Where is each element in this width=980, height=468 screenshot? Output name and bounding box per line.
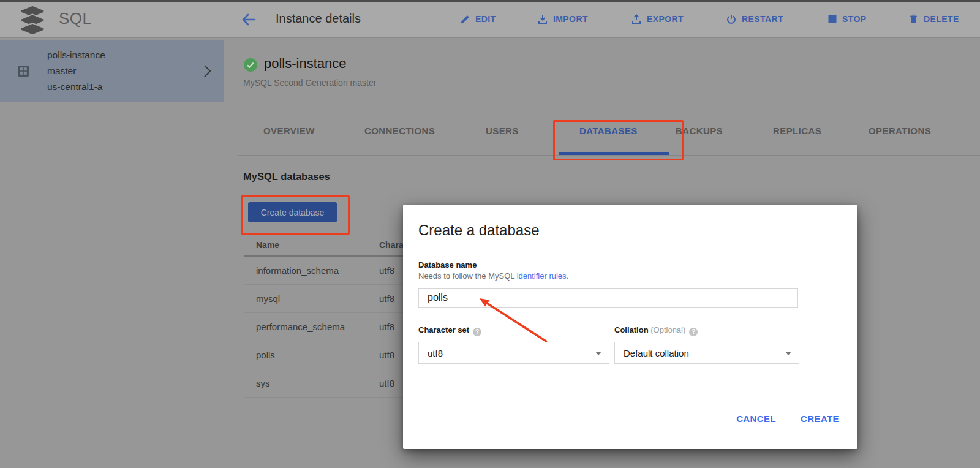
pencil-icon: [461, 15, 470, 24]
create-database-dialog: Create a database Database name Needs to…: [403, 205, 858, 449]
collation-help-icon[interactable]: ?: [689, 328, 698, 336]
dialog-actions: CANCEL CREATE: [736, 413, 839, 424]
edit-button[interactable]: EDIT: [461, 0, 496, 38]
status-ok-check-icon: [244, 58, 257, 74]
charset-select[interactable]: utf8: [418, 342, 609, 364]
charset-help-icon[interactable]: ?: [473, 328, 481, 336]
tab-users[interactable]: USERS: [486, 126, 519, 136]
dropdown-caret-icon: [595, 352, 601, 355]
page-title: Instance details: [276, 12, 361, 26]
sidebar-instance-role: master: [47, 63, 105, 79]
app-window: SQL Instance details EDIT IMPORT EXPORT: [0, 0, 980, 468]
instance-grid-icon: [18, 66, 29, 79]
product-name: SQL: [59, 9, 92, 28]
import-download-icon: [538, 14, 548, 24]
selected-tab-underline: [559, 152, 669, 155]
back-arrow-icon[interactable]: [241, 13, 257, 29]
database-name-helper: Needs to follow the MySQL identifier rul…: [418, 271, 568, 281]
instance-name-title: polls-instance: [264, 56, 347, 72]
tab-replicas[interactable]: REPLICAS: [773, 126, 821, 136]
tab-backups[interactable]: BACKUPS: [676, 126, 723, 136]
sidebar-divider: [224, 38, 224, 468]
export-upload-icon: [631, 14, 641, 24]
identifier-rules-link[interactable]: identifier rules: [517, 271, 567, 281]
collation-select[interactable]: Default collation: [614, 342, 799, 364]
restart-button[interactable]: RESTART: [726, 0, 783, 38]
sidebar-instance-zone: us-central1-a: [47, 79, 105, 95]
import-button[interactable]: IMPORT: [538, 0, 588, 38]
create-button[interactable]: CREATE: [801, 413, 839, 424]
sidebar-item-instance[interactable]: polls-instance master us-central1-a: [0, 40, 224, 102]
collation-label: Collation (Optional)?: [614, 325, 698, 336]
cloud-sql-logo-icon: [17, 5, 48, 38]
trash-icon: [909, 14, 918, 24]
dialog-title: Create a database: [418, 222, 539, 239]
cancel-button[interactable]: CANCEL: [736, 413, 776, 424]
power-restart-icon: [726, 14, 736, 24]
sidebar-instance-name: polls-instance: [47, 47, 105, 63]
stop-button[interactable]: STOP: [828, 0, 866, 38]
chevron-right-icon: [203, 64, 211, 80]
dropdown-caret-icon: [785, 352, 791, 355]
tab-overview[interactable]: OVERVIEW: [263, 126, 315, 136]
delete-button[interactable]: DELETE: [909, 0, 959, 38]
export-button[interactable]: EXPORT: [631, 0, 684, 38]
instance-subtitle: MySQL Second Generation master: [243, 78, 376, 88]
section-heading: MySQL databases: [243, 171, 330, 183]
create-database-button[interactable]: Create database: [248, 202, 337, 222]
tab-connections[interactable]: CONNECTIONS: [364, 126, 435, 136]
database-name-input[interactable]: [418, 288, 798, 308]
database-name-label: Database name: [418, 260, 477, 270]
column-header-name: Name: [244, 240, 367, 250]
charset-label: Character set?: [418, 325, 481, 336]
tab-operations[interactable]: OPERATIONS: [869, 126, 931, 136]
tab-databases[interactable]: DATABASES: [579, 126, 638, 136]
stop-square-icon: [828, 15, 837, 23]
tabs-bottom-rule: [238, 155, 980, 156]
